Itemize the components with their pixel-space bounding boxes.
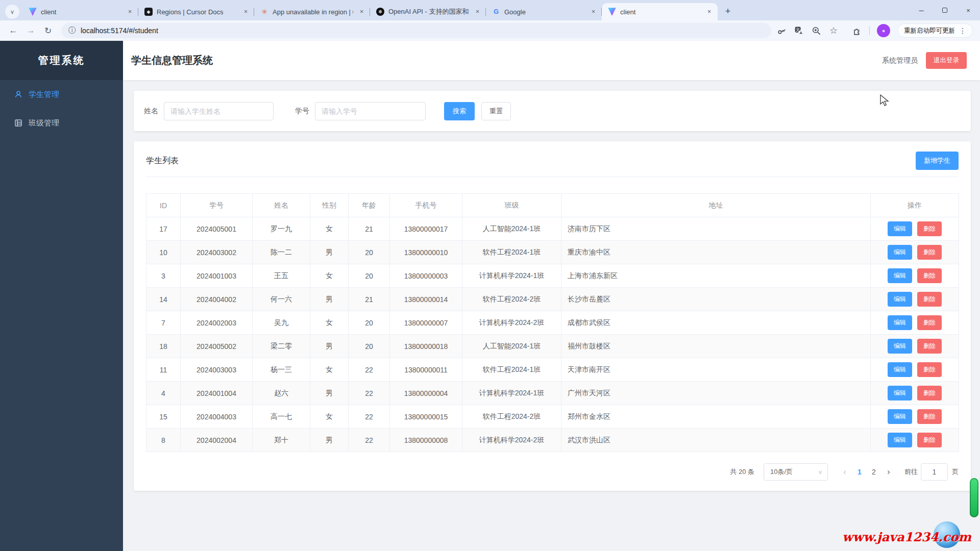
address-bar[interactable]: ⓘ localhost:5174/#/student — [61, 23, 771, 38]
edit-button[interactable]: 编辑 — [888, 362, 912, 377]
back-button[interactable]: ← — [5, 22, 21, 39]
sidebar-item-student-management[interactable]: 学生管理 — [0, 80, 123, 109]
goto-page-input[interactable] — [921, 463, 948, 481]
delete-button[interactable]: 删除 — [917, 433, 942, 447]
delete-button[interactable]: 删除 — [917, 339, 942, 354]
window-close-button[interactable]: × — [957, 0, 980, 20]
actions-cell: 编辑删除 — [871, 288, 959, 311]
edit-button[interactable]: 编辑 — [888, 292, 912, 307]
window-minimize-button[interactable]: ─ — [910, 0, 933, 20]
student-number-input[interactable] — [315, 102, 426, 120]
delete-button[interactable]: 删除 — [917, 268, 942, 283]
browser-tab[interactable]: ✳App unavailable in region | C× — [254, 3, 370, 20]
reload-button[interactable]: ↻ — [40, 22, 56, 39]
content: 姓名 学号 搜索 重置 学生列表 新增学生 ID学号姓名性别年龄手机号班级 — [123, 80, 980, 491]
table-cell: 男 — [310, 429, 349, 452]
table-cell: 20 — [349, 335, 390, 358]
tab-title: Google — [504, 8, 585, 16]
table-cell: 13800000010 — [390, 241, 462, 264]
site-info-icon[interactable]: ⓘ — [68, 26, 76, 35]
new-tab-button[interactable]: + — [721, 4, 735, 18]
reset-button[interactable]: 重置 — [481, 102, 511, 120]
edit-button[interactable]: 编辑 — [888, 221, 912, 236]
sidebar-item-class-management[interactable]: 班级管理 — [0, 109, 123, 137]
edit-button[interactable]: 编辑 — [888, 315, 912, 330]
tab-close-icon[interactable]: × — [705, 8, 714, 16]
next-page-button[interactable]: › — [881, 467, 896, 477]
table-cell: 13800000018 — [390, 335, 462, 358]
table-cell: 2024005002 — [181, 335, 253, 358]
edit-button[interactable]: 编辑 — [888, 339, 912, 354]
page-number-1[interactable]: 1 — [852, 468, 867, 476]
table-cell: 男 — [310, 288, 349, 311]
tab-close-icon[interactable]: × — [589, 8, 598, 16]
table-cell: 上海市浦东新区 — [561, 264, 871, 288]
table-cell: 罗一九 — [253, 217, 310, 241]
menu-dots-icon[interactable]: ⋮ — [959, 27, 966, 35]
zoom-icon[interactable] — [811, 26, 821, 36]
page-header: 学生信息管理系统 系统管理员 退出登录 — [123, 41, 980, 80]
edit-button[interactable]: 编辑 — [888, 409, 912, 424]
window-maximize-button[interactable] — [933, 0, 957, 20]
browser-tab[interactable]: ◆Regions | Cursor Docs× — [138, 3, 254, 20]
delete-button[interactable]: 删除 — [917, 315, 942, 330]
toolbar-separator — [869, 26, 870, 35]
forward-button[interactable]: → — [22, 22, 39, 39]
bookmark-star-icon[interactable]: ☆ — [828, 26, 839, 36]
page-size-select[interactable]: 10条/页 ∨ — [764, 463, 828, 481]
table-cell: 2024002004 — [181, 429, 253, 452]
tab-close-icon[interactable]: × — [473, 8, 482, 16]
table-cell: 男 — [310, 335, 349, 358]
tab-close-icon[interactable]: × — [357, 8, 366, 16]
delete-button[interactable]: 删除 — [917, 386, 942, 400]
search-form: 姓名 学号 搜索 重置 — [134, 91, 971, 131]
delete-button[interactable]: 删除 — [917, 362, 942, 377]
table-cell: 郑十 — [253, 429, 310, 452]
column-header: 性别 — [310, 194, 349, 217]
tab-search-button[interactable]: ∨ — [5, 5, 19, 19]
logout-button[interactable]: 退出登录 — [926, 52, 967, 69]
tab-close-icon[interactable]: × — [241, 8, 250, 16]
goto-label: 前往 — [904, 467, 918, 477]
browser-tab[interactable]: client× — [22, 3, 138, 20]
table-cell: 21 — [349, 217, 390, 241]
page-number-2[interactable]: 2 — [867, 468, 881, 476]
table-cell: 软件工程2024-1班 — [462, 241, 561, 264]
cursor-favicon-icon: ◆ — [144, 8, 153, 16]
delete-button[interactable]: 删除 — [917, 292, 942, 307]
page-size-value: 10条/页 — [770, 467, 793, 477]
password-key-icon[interactable] — [776, 26, 787, 36]
prev-page-button[interactable]: ‹ — [837, 467, 852, 477]
tab-title: client — [41, 8, 121, 16]
table-cell: 2024003002 — [181, 241, 253, 264]
delete-button[interactable]: 删除 — [917, 409, 942, 424]
table-cell: 男 — [310, 241, 349, 264]
tab-close-icon[interactable]: × — [126, 8, 134, 16]
search-button[interactable]: 搜索 — [444, 102, 475, 120]
profile-avatar[interactable]: ● — [877, 24, 890, 37]
browser-tab[interactable]: ✻OpenAI API - 支持的国家和地× — [370, 3, 486, 20]
edit-button[interactable]: 编辑 — [888, 245, 912, 260]
edit-button[interactable]: 编辑 — [888, 268, 912, 283]
add-student-button[interactable]: 新增学生 — [916, 152, 959, 170]
edit-button[interactable]: 编辑 — [888, 433, 912, 447]
table-cell: 郑州市金水区 — [561, 405, 871, 429]
table-cell: 成都市武侯区 — [561, 311, 871, 335]
delete-button[interactable]: 删除 — [917, 221, 942, 236]
browser-tab[interactable]: client× — [602, 3, 718, 20]
table-cell: 计算机科学2024-1班 — [462, 264, 561, 288]
translate-icon[interactable]: 文A — [794, 26, 804, 36]
edit-button[interactable]: 编辑 — [888, 386, 912, 400]
delete-button[interactable]: 删除 — [917, 245, 942, 260]
extensions-puzzle-icon[interactable] — [852, 26, 862, 36]
browser-tab-strip: ∨ client×◆Regions | Cursor Docs×✳App una… — [0, 0, 980, 20]
update-browser-button[interactable]: 重新启动即可更新 ⋮ — [897, 23, 973, 38]
browser-tab[interactable]: GGoogle× — [486, 3, 602, 20]
table-cell: 广州市天河区 — [561, 382, 871, 405]
actions-cell: 编辑删除 — [871, 405, 959, 429]
table-row: 42024001004赵六男2213800000004计算机科学2024-1班广… — [146, 382, 959, 405]
student-name-input[interactable] — [164, 102, 274, 120]
list-title: 学生列表 — [146, 156, 179, 166]
tab-title: OpenAI API - 支持的国家和地 — [388, 7, 469, 16]
table-cell: 18 — [146, 335, 181, 358]
